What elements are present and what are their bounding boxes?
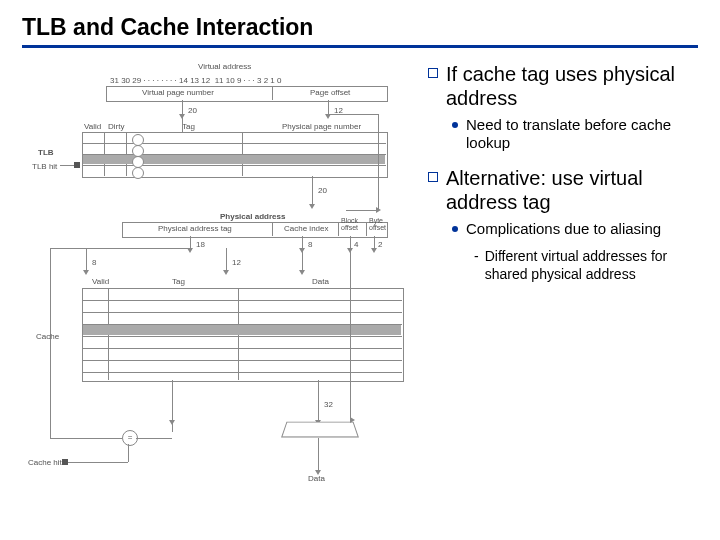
square-bullet-icon: [428, 68, 438, 78]
cache-index-width-8: 8: [308, 240, 312, 249]
tlb-cache-diagram: Virtual address 31 30 29 · · · · · · · ·…: [22, 62, 418, 283]
valid2-col: Valid: [92, 277, 109, 286]
dot-bullet-icon: [452, 122, 458, 128]
physical-address-label: Physical address: [220, 212, 285, 221]
page-offset-label: Page offset: [310, 88, 350, 97]
tlb-label: TLB: [38, 148, 54, 157]
cache-hit-label: Cache hit: [28, 458, 62, 467]
data-out-label: Data: [308, 474, 325, 483]
index-width-8: 8: [92, 258, 96, 267]
tlb-hit-label: TLB hit: [32, 162, 57, 171]
byte-offset-label: Byteoffset: [369, 217, 386, 231]
vpn-label: Virtual page number: [142, 88, 214, 97]
block-offset-width-4: 4: [354, 240, 358, 249]
dot-bullet-icon: [452, 226, 458, 232]
phys-tag-width-18: 18: [196, 240, 205, 249]
dirty-col: Dirty: [108, 122, 124, 131]
bullet-column: If cache tag uses physical address Need …: [428, 62, 698, 283]
virtual-address-label: Virtual address: [198, 62, 251, 71]
byte-offset-width-2: 2: [378, 240, 382, 249]
valid-col: Valid: [84, 122, 101, 131]
cache-index-label: Cache index: [284, 224, 328, 233]
bits-row: 31 30 29 · · · · · · · · 14 13 12 11 10 …: [110, 76, 281, 85]
cache-label: Cache: [36, 332, 59, 341]
bullet-text: Complications due to aliasing: [466, 220, 661, 238]
phys-tag-label: Physical address tag: [158, 224, 232, 233]
data-col: Data: [312, 277, 329, 286]
bullet-text: Different virtual addresses for shared p…: [485, 248, 698, 283]
data-out-width-32: 32: [324, 400, 333, 409]
page-title: TLB and Cache Interaction: [22, 14, 698, 48]
tag2-col: Tag: [172, 277, 185, 286]
ppn-col: Physical page number: [282, 122, 361, 131]
cache-table: [82, 288, 404, 382]
tag-col: Tag: [182, 122, 195, 131]
dash-bullet-icon: -: [474, 248, 479, 264]
ppn-width-20: 20: [318, 186, 327, 195]
bullet-text: Alternative: use virtual address tag: [446, 166, 698, 214]
vpn-width-20: 20: [188, 106, 197, 115]
block-offset-label: Blockoffset: [341, 217, 358, 231]
comparator-icon: [132, 167, 144, 179]
bullet-text: Need to translate before cache lookup: [466, 116, 698, 152]
data-sel-width-12: 12: [232, 258, 241, 267]
square-bullet-icon: [428, 172, 438, 182]
bullet-text: If cache tag uses physical address: [446, 62, 698, 110]
